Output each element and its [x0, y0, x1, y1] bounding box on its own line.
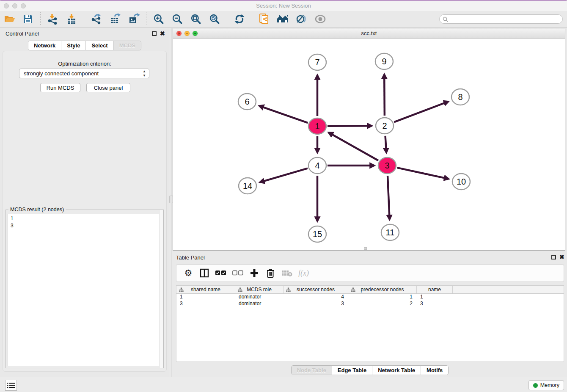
select-all-columns-icon[interactable] — [215, 268, 226, 279]
memory-button[interactable]: Memory — [528, 380, 564, 390]
network-close-icon[interactable]: ✕ — [176, 31, 182, 36]
export-network-icon[interactable] — [90, 13, 103, 25]
delete-columns-icon[interactable] — [265, 268, 275, 279]
graph-node-8[interactable]: 8 — [451, 89, 469, 105]
close-window-button[interactable] — [4, 3, 9, 8]
float-table-panel-icon[interactable] — [551, 255, 556, 259]
table-row[interactable]: 1 dominator 4 1 1 — [176, 294, 564, 301]
show-hidden-icon[interactable] — [314, 13, 327, 25]
tab-network-table[interactable]: Network Table — [372, 366, 421, 375]
toolbar-separator — [40, 12, 41, 26]
graph-node-15[interactable]: 15 — [308, 226, 326, 242]
column-header-name[interactable]: name — [417, 286, 453, 293]
open-session-icon[interactable] — [3, 13, 16, 25]
network-canvas[interactable]: 7968124314101511 — [173, 39, 565, 250]
graph-node-14[interactable]: 14 — [239, 178, 256, 194]
export-table-icon[interactable] — [109, 13, 121, 25]
svg-text:1: 1 — [315, 121, 319, 131]
tab-edge-table[interactable]: Edge Table — [332, 366, 372, 375]
import-network-icon[interactable] — [47, 13, 59, 25]
graph-edge-4-14[interactable] — [260, 168, 308, 182]
show-column-icon[interactable] — [199, 268, 209, 279]
import-table-icon[interactable] — [65, 13, 78, 25]
tab-network[interactable]: Network — [28, 41, 61, 50]
column-header-predecessor-nodes[interactable]: predecessor nodes — [348, 286, 417, 293]
mcds-panel: Optimization criterion: strongly connect… — [3, 51, 167, 372]
tab-node-table[interactable]: Node Table — [292, 366, 332, 375]
graph-edge-2-8[interactable] — [394, 102, 448, 122]
graph-node-6[interactable]: 6 — [238, 94, 256, 110]
column-header-shared-name[interactable]: shared name — [176, 286, 235, 293]
column-header-mcds-role[interactable]: MCDS role — [235, 286, 284, 293]
graph-edge-3-1[interactable] — [329, 133, 378, 160]
control-panel-title: Control Panel — [6, 30, 39, 37]
tab-mcds[interactable]: MCDS — [114, 41, 141, 50]
apply-layout-icon[interactable] — [233, 13, 246, 25]
tree-icon — [238, 287, 242, 292]
search-icon — [443, 17, 448, 22]
zoom-fit-icon[interactable] — [190, 13, 202, 25]
clone-network-icon[interactable] — [258, 13, 271, 25]
tab-motifs[interactable]: Motifs — [421, 366, 448, 375]
tree-icon — [286, 287, 291, 292]
svg-text:3: 3 — [385, 161, 389, 170]
export-image-icon[interactable] — [127, 13, 140, 25]
save-session-icon[interactable] — [22, 13, 34, 25]
network-minimize-icon[interactable]: − — [184, 31, 190, 36]
optimization-criterion-label: Optimization criterion: — [3, 61, 166, 67]
tab-select[interactable]: Select — [86, 41, 113, 50]
network-maximize-icon[interactable]: + — [193, 31, 198, 36]
delete-table-icon[interactable] — [281, 268, 292, 279]
table-header-row: shared name MCDS role successor nodes pr… — [176, 286, 564, 294]
close-panel-button[interactable]: Close panel — [86, 83, 130, 92]
hide-selected-icon[interactable] — [295, 13, 308, 25]
graph-edge-3-11[interactable] — [388, 176, 390, 219]
tree-icon — [179, 287, 184, 292]
zoom-window-button[interactable] — [21, 3, 26, 8]
column-header-successor-nodes[interactable]: successor nodes — [284, 286, 348, 293]
graph-node-4[interactable]: 4 — [308, 157, 326, 174]
network-resize-handle[interactable] — [364, 247, 367, 250]
svg-text:9: 9 — [382, 57, 386, 66]
minimize-window-button[interactable] — [12, 3, 17, 8]
search-field[interactable] — [439, 14, 563, 24]
zoom-out-icon[interactable] — [171, 13, 184, 25]
graph-node-1[interactable]: 1 — [308, 118, 326, 134]
graph-edge-1-2[interactable] — [328, 126, 372, 126]
control-panel-tabs: Network Style Select MCDS — [28, 41, 141, 50]
criterion-dropdown-value: strongly connected component — [24, 70, 99, 77]
graph-edge-1-6[interactable] — [259, 106, 308, 123]
table-panel-title: Table Panel — [176, 254, 205, 261]
graph-node-11[interactable]: 11 — [381, 224, 399, 240]
zoom-selected-icon[interactable] — [208, 13, 221, 25]
graph-node-3[interactable]: 3 — [378, 157, 396, 174]
svg-text:4: 4 — [315, 161, 319, 170]
mcds-result-scrollbar[interactable] — [159, 210, 163, 368]
graph-edge-3-10[interactable] — [397, 168, 448, 179]
graph-edge-2-9[interactable] — [384, 75, 385, 116]
close-table-panel-icon[interactable]: ✖ — [559, 254, 564, 260]
graph-node-9[interactable]: 9 — [375, 53, 393, 69]
window-title: Session: New Session — [0, 1, 567, 11]
task-history-button[interactable] — [5, 380, 17, 391]
graph-node-10[interactable]: 10 — [452, 174, 470, 190]
graph-edge-2-3[interactable] — [385, 136, 386, 152]
unselect-all-columns-icon[interactable] — [232, 268, 243, 279]
add-column-icon[interactable] — [249, 268, 259, 279]
table-row[interactable]: 3 dominator 3 2 3 — [176, 301, 564, 307]
graph-node-7[interactable]: 7 — [308, 54, 326, 70]
show-all-icon[interactable] — [277, 13, 289, 25]
graph-node-2[interactable]: 2 — [376, 118, 394, 134]
run-mcds-button[interactable]: Run MCDS — [40, 83, 80, 92]
tab-style[interactable]: Style — [61, 41, 86, 50]
float-panel-icon[interactable] — [152, 31, 157, 36]
mcds-result-text[interactable]: 1 3 — [8, 214, 162, 366]
criterion-dropdown[interactable]: strongly connected component ▲▼ — [19, 69, 149, 78]
function-builder-icon[interactable]: f(x) — [298, 268, 309, 279]
search-input[interactable] — [450, 16, 562, 22]
close-panel-icon[interactable]: ✖ — [160, 30, 165, 37]
table-options-icon[interactable]: ⚙ — [183, 268, 193, 279]
svg-text:2: 2 — [382, 121, 387, 130]
network-window-titlebar[interactable]: ✕ − + scc.txt — [173, 28, 565, 39]
zoom-in-icon[interactable] — [152, 13, 165, 25]
